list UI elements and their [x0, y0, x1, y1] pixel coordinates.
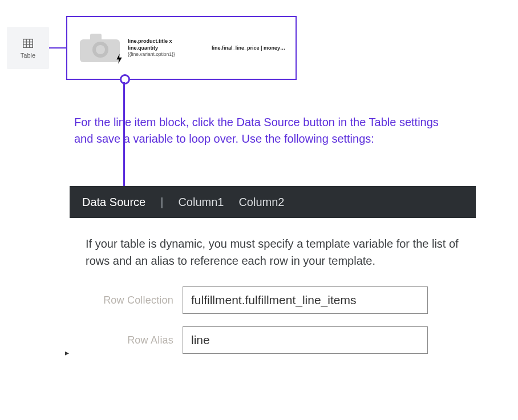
panel-description: If your table is dynamic, you must speci…	[86, 235, 460, 269]
line-qty-expr: line.quantity	[128, 45, 196, 51]
field-row-collection: Row Collection	[86, 286, 460, 314]
row-alias-label: Row Alias	[86, 334, 183, 346]
line-item-text-column: line.product.title x line.quantity {{lin…	[128, 38, 196, 58]
row-collection-label: Row Collection	[86, 294, 183, 306]
table-settings-panel: Data Source | Column1 Column2 If your ta…	[70, 186, 476, 381]
row-alias-input[interactable]	[183, 326, 428, 354]
table-icon	[22, 37, 34, 50]
table-block-badge[interactable]: Table	[7, 27, 49, 69]
tab-column1[interactable]: Column1	[178, 196, 224, 209]
svg-rect-0	[23, 39, 33, 48]
line-item-block[interactable]: line.product.title x line.quantity {{lin…	[66, 16, 297, 80]
row-collection-input[interactable]	[183, 286, 428, 314]
product-image-placeholder	[80, 34, 120, 62]
panel-tabbar: Data Source | Column1 Column2	[70, 186, 476, 218]
tab-column2[interactable]: Column2	[238, 196, 284, 209]
panel-body: If your table is dynamic, you must speci…	[70, 218, 476, 381]
field-row-alias: Row Alias	[86, 326, 460, 354]
top-row: Table line.product.title x line.quantity…	[7, 16, 297, 80]
callout-dot	[120, 74, 130, 84]
bolt-icon	[115, 54, 123, 67]
callout-caption: For the line item block, click the Data …	[74, 114, 439, 147]
callout-connector-horizontal	[49, 47, 66, 49]
line-variant-expr: {{line.variant.option1}}	[128, 51, 196, 58]
line-price-expr: line.final_line_price | money…	[212, 45, 285, 51]
panel-pointer-icon: ▸	[65, 348, 69, 357]
tab-data-source[interactable]: Data Source	[82, 196, 145, 209]
tab-separator: |	[160, 196, 163, 209]
line-title-expr: line.product.title x	[128, 38, 196, 45]
table-badge-label: Table	[21, 52, 35, 59]
